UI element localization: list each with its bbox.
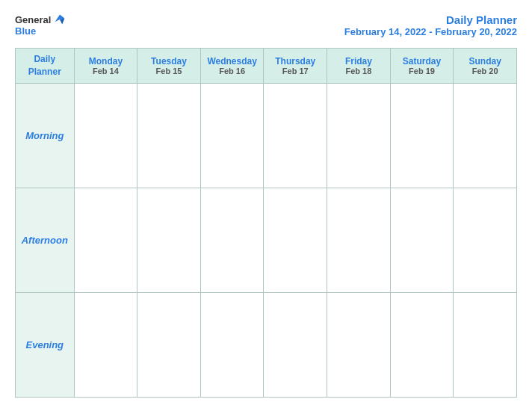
afternoon-sunday[interactable] — [454, 188, 517, 292]
evening-row: Evening — [16, 292, 517, 397]
col-header-tuesday: Tuesday Feb 15 — [137, 49, 201, 84]
afternoon-saturday[interactable] — [390, 188, 454, 292]
logo-general: General — [15, 14, 51, 25]
afternoon-wednesday[interactable] — [200, 188, 264, 292]
header-row: Daily Planner Monday Feb 14 Tuesday Feb … — [16, 49, 517, 84]
day-date-friday: Feb 18 — [330, 67, 387, 75]
calendar-table: Daily Planner Monday Feb 14 Tuesday Feb … — [15, 48, 517, 398]
evening-sunday[interactable] — [454, 292, 517, 397]
day-name-friday: Friday — [330, 56, 387, 67]
logo-text: General — [15, 13, 66, 25]
planner-date-range: February 14, 2022 - February 20, 2022 — [344, 26, 517, 37]
header: General Blue Daily Planner February 14, … — [15, 13, 517, 37]
day-name-wednesday: Wednesday — [204, 56, 261, 67]
morning-friday[interactable] — [327, 83, 391, 188]
day-name-saturday: Saturday — [394, 56, 451, 67]
col-header-monday: Monday Feb 14 — [74, 49, 137, 84]
day-name-thursday: Thursday — [267, 56, 324, 67]
evening-saturday[interactable] — [390, 292, 454, 397]
day-name-monday: Monday — [78, 56, 134, 67]
evening-label: Evening — [16, 292, 75, 397]
daily-planner-header: Daily Planner — [16, 49, 75, 84]
day-date-saturday: Feb 19 — [394, 67, 451, 75]
daily-label: Daily — [34, 54, 55, 64]
day-name-sunday: Sunday — [457, 56, 513, 67]
evening-thursday[interactable] — [264, 292, 327, 397]
logo-bird-icon — [54, 13, 66, 25]
page: General Blue Daily Planner February 14, … — [0, 0, 532, 411]
col-header-friday: Friday Feb 18 — [327, 49, 391, 84]
logo-blue: Blue — [15, 25, 36, 37]
morning-saturday[interactable] — [390, 83, 454, 188]
day-date-wednesday: Feb 16 — [204, 67, 261, 75]
evening-friday[interactable] — [327, 292, 391, 397]
col-header-wednesday: Wednesday Feb 16 — [200, 49, 264, 84]
morning-monday[interactable] — [74, 83, 137, 188]
planner-title: Daily Planner — [344, 13, 517, 26]
day-date-tuesday: Feb 15 — [140, 67, 197, 75]
col-header-saturday: Saturday Feb 19 — [390, 49, 454, 84]
logo-area: General Blue — [15, 13, 66, 37]
day-date-monday: Feb 14 — [78, 67, 134, 75]
morning-sunday[interactable] — [454, 83, 517, 188]
evening-tuesday[interactable] — [137, 292, 201, 397]
col-header-sunday: Sunday Feb 20 — [454, 49, 517, 84]
evening-wednesday[interactable] — [200, 292, 264, 397]
title-area: Daily Planner February 14, 2022 - Februa… — [344, 13, 517, 37]
afternoon-label: Afternoon — [16, 188, 75, 292]
afternoon-tuesday[interactable] — [137, 188, 201, 292]
afternoon-row: Afternoon — [16, 188, 517, 292]
col-header-thursday: Thursday Feb 17 — [264, 49, 327, 84]
day-date-sunday: Feb 20 — [457, 67, 513, 75]
morning-wednesday[interactable] — [200, 83, 264, 188]
morning-label: Morning — [16, 83, 75, 188]
afternoon-friday[interactable] — [327, 188, 391, 292]
planner-label: Planner — [28, 67, 61, 77]
morning-row: Morning — [16, 83, 517, 188]
day-date-thursday: Feb 17 — [267, 67, 324, 75]
morning-thursday[interactable] — [264, 83, 327, 188]
evening-monday[interactable] — [74, 292, 137, 397]
morning-tuesday[interactable] — [137, 83, 201, 188]
afternoon-monday[interactable] — [74, 188, 137, 292]
afternoon-thursday[interactable] — [264, 188, 327, 292]
day-name-tuesday: Tuesday — [140, 56, 197, 67]
